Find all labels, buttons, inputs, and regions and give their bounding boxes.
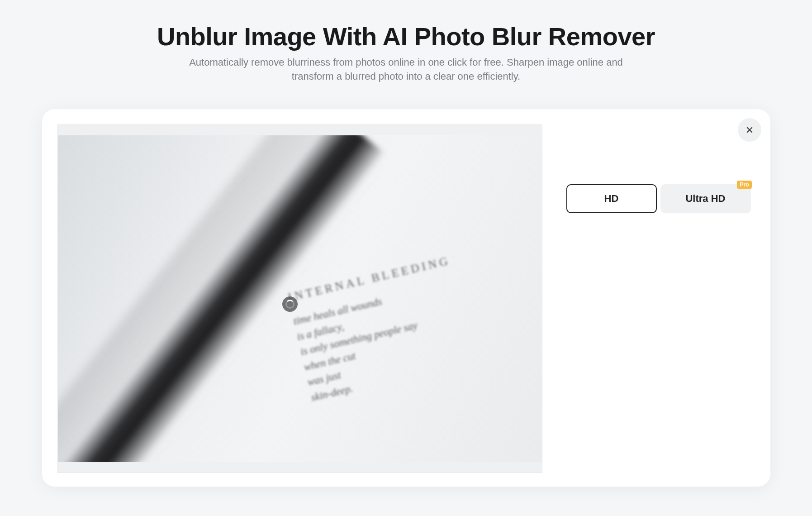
spinner-icon bbox=[285, 300, 294, 309]
loading-spinner bbox=[282, 296, 298, 312]
page-title: Unblur Image With AI Photo Blur Remover bbox=[0, 22, 812, 51]
quality-hd-button[interactable]: HD bbox=[566, 184, 657, 213]
uploaded-image: INTERNAL BLEEDING time heals all wounds … bbox=[58, 135, 542, 462]
pro-badge: Pro bbox=[737, 181, 751, 189]
quality-hd-label: HD bbox=[604, 193, 619, 205]
image-preview-frame: INTERNAL BLEEDING time heals all wounds … bbox=[57, 124, 542, 473]
close-icon bbox=[746, 126, 754, 134]
page-subtitle: Automatically remove blurriness from pho… bbox=[189, 56, 623, 84]
close-button[interactable] bbox=[738, 118, 761, 142]
editor-card: INTERNAL BLEEDING time heals all wounds … bbox=[42, 109, 770, 487]
options-panel: HD Ultra HD Pro bbox=[565, 124, 752, 473]
quality-ultrahd-label: Ultra HD bbox=[685, 193, 725, 205]
quality-toggle: HD Ultra HD Pro bbox=[566, 184, 751, 213]
quality-ultrahd-button[interactable]: Ultra HD Pro bbox=[660, 184, 751, 213]
image-text-content: INTERNAL BLEEDING time heals all wounds … bbox=[286, 254, 475, 406]
